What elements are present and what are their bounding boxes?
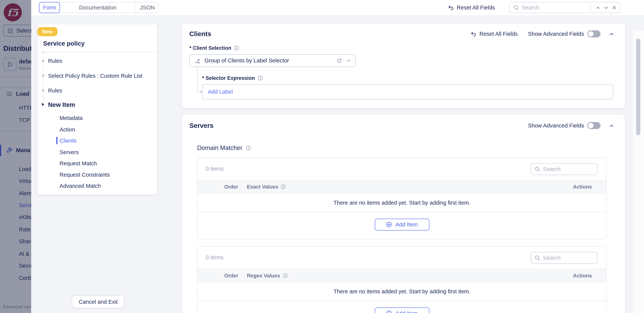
screen: f5 Select Distribut D defaul Names xyxy=(0,0,644,313)
column-header-actions: Actions xyxy=(573,269,592,282)
tab-documentation[interactable]: Documentation xyxy=(60,3,136,13)
collapse-notch-icon[interactable] xyxy=(41,51,46,54)
editor-content: New Service policy Rules Select Policy R… xyxy=(31,15,644,313)
expand-arrow-icon xyxy=(42,103,44,106)
selector-expression-label: * Selector Expression xyxy=(202,75,263,81)
client-selection-label: * Client Selection xyxy=(190,45,240,51)
show-advanced-fields-label: Show Advanced Fields xyxy=(528,31,584,37)
items-count: 0 items xyxy=(206,254,224,261)
connector-dot xyxy=(200,91,202,93)
table-search-box xyxy=(530,252,598,264)
cancel-and-exit-button[interactable]: Cancel and Exit xyxy=(72,295,124,308)
table-header-row: Order Exact Values Actions xyxy=(198,180,606,194)
show-advanced-fields-toggle[interactable] xyxy=(587,31,600,38)
servers-section-card: Servers Show Advanced Fields Domain Matc… xyxy=(182,115,625,313)
empty-table-message: There are no items added yet. Start by a… xyxy=(198,193,606,212)
selected-item-bar xyxy=(56,137,58,144)
tree-bullet xyxy=(42,89,44,92)
tab-form[interactable]: Form xyxy=(39,2,60,13)
info-icon[interactable] xyxy=(281,184,286,189)
toggle-knob xyxy=(588,31,594,37)
form-navigation-panel: New Service policy Rules Select Policy R… xyxy=(38,24,157,195)
chevron-down-icon[interactable] xyxy=(603,5,609,11)
editor-topbar: Form Documentation JSON Reset All Fields xyxy=(31,0,644,15)
reset-all-fields-label: Reset All Fields xyxy=(480,31,518,37)
clients-header-controls: Reset All Fields Show Advanced Fields xyxy=(470,31,614,38)
modal-search-box xyxy=(509,2,620,13)
modal-search-input[interactable] xyxy=(519,5,591,11)
show-advanced-fields-label: Show Advanced Fields xyxy=(528,123,584,129)
view-tabs: Form Documentation JSON xyxy=(39,2,159,13)
show-advanced-fields-toggle[interactable] xyxy=(587,122,600,129)
table-search-box xyxy=(530,163,598,175)
tree-bullet xyxy=(42,60,44,62)
tree-guide-line xyxy=(43,57,44,104)
column-header-regex-values: Regex Values xyxy=(247,269,288,282)
reset-all-fields-label: Reset All Fields xyxy=(457,5,495,11)
refresh-icon[interactable] xyxy=(336,58,342,63)
search-icon xyxy=(534,255,540,261)
clients-section-title: Clients xyxy=(190,31,211,38)
modal-overlay xyxy=(0,0,31,313)
search-icon xyxy=(534,166,540,172)
table-header-row: Order Regex Values Actions xyxy=(198,269,606,282)
regex-values-table: 0 items Order Regex Values xyxy=(197,246,606,313)
selector-expression-input[interactable] xyxy=(202,84,613,99)
collapse-chevron-up-icon[interactable] xyxy=(609,31,614,37)
servers-header-controls: Show Advanced Fields xyxy=(528,122,614,129)
close-icon[interactable] xyxy=(612,5,617,10)
table-search-input[interactable] xyxy=(540,166,597,172)
add-item-label: Add Item xyxy=(396,221,418,228)
empty-table-message: There are no items added yet. Start by a… xyxy=(198,282,606,301)
undo-icon xyxy=(448,5,454,11)
chevron-up-icon[interactable] xyxy=(595,5,601,11)
table-search-input[interactable] xyxy=(540,255,597,261)
add-item-label: Add Item xyxy=(396,310,418,313)
chevron-down-icon xyxy=(346,58,351,63)
new-badge: New xyxy=(38,27,58,36)
clients-section-card: Clients Reset All Fields Show Advanced F… xyxy=(182,24,625,108)
scrollbar-track[interactable] xyxy=(633,31,644,313)
nested-field-connector xyxy=(197,67,201,92)
tree-bullet xyxy=(42,74,44,77)
search-nav-controls xyxy=(591,4,620,11)
exact-values-table: 0 items Order Exact Values xyxy=(197,157,606,240)
add-item-button[interactable]: Add Item xyxy=(375,307,429,313)
info-icon[interactable] xyxy=(246,145,251,151)
domain-matcher-label: Domain Matcher xyxy=(197,144,252,151)
service-policy-editor-modal: Form Documentation JSON Reset All Fields xyxy=(31,0,644,313)
items-count: 0 items xyxy=(206,166,224,172)
add-item-button[interactable]: Add Item xyxy=(375,219,429,230)
branch-icon xyxy=(194,57,201,64)
column-header-order: Order xyxy=(224,269,238,282)
column-header-actions: Actions xyxy=(573,180,592,193)
info-icon[interactable] xyxy=(234,45,240,51)
reset-all-fields-button[interactable]: Reset All Fields xyxy=(448,0,495,15)
panel-divider xyxy=(38,52,157,53)
info-icon[interactable] xyxy=(257,75,263,81)
servers-section-title: Servers xyxy=(190,122,214,129)
plus-circle-icon xyxy=(386,310,392,313)
plus-circle-icon xyxy=(386,221,392,228)
collapse-chevron-up-icon[interactable] xyxy=(609,123,614,128)
clients-reset-all-button[interactable]: Reset All Fields xyxy=(470,31,518,37)
policy-title: Service policy xyxy=(43,40,84,47)
undo-icon xyxy=(470,31,477,37)
client-selection-select[interactable]: Group of Clients by Label Selector xyxy=(190,54,356,67)
client-selection-value: Group of Clients by Label Selector xyxy=(204,58,333,64)
search-icon xyxy=(513,5,519,11)
toggle-knob xyxy=(588,123,594,128)
scrollbar-thumb[interactable] xyxy=(636,39,640,135)
tab-json[interactable]: JSON xyxy=(136,3,158,13)
column-header-order: Order xyxy=(224,180,238,193)
info-icon[interactable] xyxy=(282,273,288,278)
column-header-exact-values: Exact Values xyxy=(247,180,286,193)
